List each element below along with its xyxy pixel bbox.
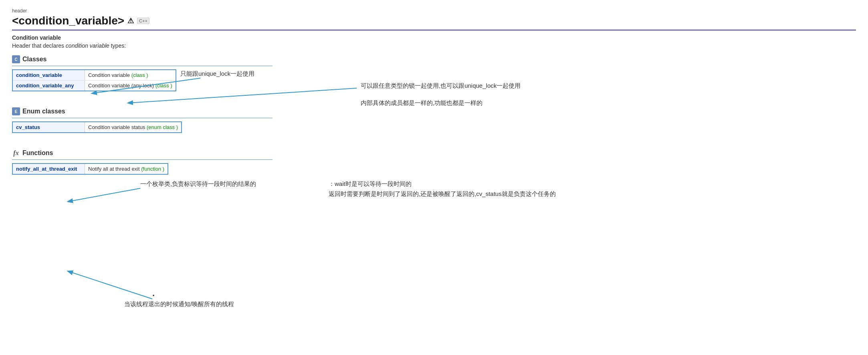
fx-icon: fx bbox=[12, 149, 20, 157]
page-title: <condition_variable> ⚠ C++ bbox=[12, 14, 856, 30]
svg-line-3 bbox=[68, 271, 152, 299]
warning-icon: ⚠ bbox=[127, 16, 134, 25]
functions-header: fx Functions bbox=[12, 149, 856, 157]
enum-label: Enum classes bbox=[22, 108, 65, 115]
enum-table: cv_status Condition variable status (enu… bbox=[12, 121, 182, 133]
table-row: cv_status Condition variable status (enu… bbox=[13, 122, 181, 132]
table-row: condition_variable_any Condition variabl… bbox=[13, 81, 176, 91]
enum-icon: E bbox=[12, 107, 20, 115]
classes-divider bbox=[12, 66, 273, 66]
classes-icon: C bbox=[12, 55, 20, 63]
annotation-5: ：wait时是可以等待一段时间的 bbox=[329, 180, 412, 188]
class-desc-1: Condition variable (class ) bbox=[85, 70, 176, 80]
annotation-4: 一个枚举类,负责标识等待一段时间的结果的 bbox=[140, 180, 256, 188]
title-text: <condition_variable> bbox=[12, 14, 124, 27]
table-row: condition_variable Condition variable (c… bbox=[13, 70, 176, 81]
annotation-7: 当该线程退出的时候通知/唤醒所有的线程 bbox=[124, 301, 234, 308]
functions-table: notify_all_at_thread_exit Notify all at … bbox=[12, 163, 168, 175]
enum-section: E Enum classes cv_status Condition varia… bbox=[12, 107, 856, 133]
table-row: notify_all_at_thread_exit Notify all at … bbox=[13, 164, 168, 174]
section-description: Header that declares condition variable … bbox=[12, 42, 856, 49]
cpp-badge: C++ bbox=[137, 18, 149, 24]
enum-desc-1: Condition variable status (enum class ) bbox=[85, 122, 181, 132]
classes-section: C Classes condition_variable Condition v… bbox=[12, 55, 856, 91]
classes-label: Classes bbox=[22, 56, 47, 63]
class-name-2[interactable]: condition_variable_any bbox=[13, 81, 85, 91]
header-label: header bbox=[12, 8, 856, 14]
enum-name-1[interactable]: cv_status bbox=[13, 122, 85, 132]
function-desc-1: Notify all at thread exit (function ) bbox=[85, 164, 168, 174]
annotation-6: 返回时需要判断是时间到了返回的,还是被唤醒了返回的,cv_status就是负责这… bbox=[329, 190, 556, 198]
function-name-1[interactable]: notify_all_at_thread_exit bbox=[13, 164, 85, 174]
classes-header: C Classes bbox=[12, 55, 856, 63]
classes-table: condition_variable Condition variable (c… bbox=[12, 69, 176, 91]
svg-line-2 bbox=[68, 188, 140, 202]
annotation-dot: · bbox=[152, 290, 155, 301]
enum-divider bbox=[12, 118, 273, 118]
functions-divider bbox=[12, 159, 273, 160]
class-desc-2: Condition variable (any lock) (class ) bbox=[85, 81, 176, 91]
functions-section: fx Functions notify_all_at_thread_exit N… bbox=[12, 149, 856, 175]
functions-label: Functions bbox=[22, 149, 53, 157]
enum-header: E Enum classes bbox=[12, 107, 856, 115]
annotation-3: 内部具体的成员都是一样的,功能也都是一样的 bbox=[361, 99, 482, 107]
class-name-1[interactable]: condition_variable bbox=[13, 70, 85, 80]
section-subtitle: Condition variable bbox=[12, 34, 856, 41]
